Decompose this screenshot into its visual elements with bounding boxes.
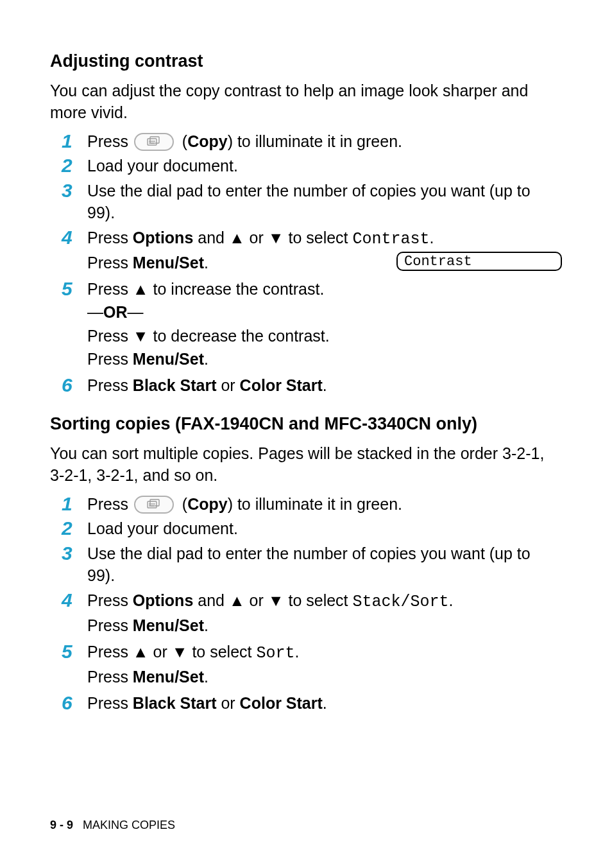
options-label: Options bbox=[133, 591, 193, 609]
copy-button-icon bbox=[134, 133, 174, 151]
step-number: 6 bbox=[62, 374, 87, 397]
black-start-label: Black Start bbox=[133, 694, 217, 712]
text: Press ▲ to increase the contrast. bbox=[87, 278, 562, 300]
step-number: 1 bbox=[62, 130, 87, 153]
text: Press bbox=[87, 591, 133, 609]
step-body: Press (Copy) to illuminate it in green. bbox=[87, 130, 562, 153]
svg-rect-4 bbox=[148, 501, 157, 508]
text: . bbox=[204, 616, 208, 634]
page-number: 9 - 9 bbox=[50, 819, 73, 831]
step-body: Press Options and ▲ or ▼ to select Contr… bbox=[87, 227, 562, 275]
step-number: 3 bbox=[62, 180, 87, 202]
text: Press bbox=[87, 229, 133, 247]
black-start-label: Black Start bbox=[133, 376, 217, 394]
footer-title: MAKING COPIES bbox=[83, 819, 175, 831]
text: . bbox=[323, 376, 327, 394]
step-body: Press Black Start or Color Start. bbox=[87, 374, 562, 397]
step-number: 4 bbox=[62, 227, 87, 249]
step-number: 3 bbox=[62, 542, 87, 565]
text: ( bbox=[178, 132, 187, 150]
step-number: 4 bbox=[62, 589, 87, 612]
text: . bbox=[204, 668, 208, 686]
step-body: Press (Copy) to illuminate it in green. bbox=[87, 493, 562, 516]
step-number: 5 bbox=[62, 641, 87, 663]
step-body: Press Options and ▲ or ▼ to select Stack… bbox=[87, 589, 562, 638]
text: and ▲ or ▼ to select bbox=[193, 591, 352, 609]
svg-rect-1 bbox=[150, 137, 159, 143]
svg-rect-0 bbox=[148, 139, 157, 145]
step-body: Press Black Start or Color Start. bbox=[87, 692, 562, 715]
text: ( bbox=[178, 495, 187, 513]
step-number: 2 bbox=[62, 517, 87, 540]
text: Press bbox=[87, 350, 133, 368]
color-start-label: Color Start bbox=[240, 694, 323, 712]
text: . bbox=[204, 350, 208, 368]
text: . bbox=[323, 694, 327, 712]
section-heading-sorting: Sorting copies (FAX-1940CN and MFC-3340C… bbox=[50, 414, 562, 434]
lcd-display: Contrast bbox=[396, 252, 562, 271]
lcd-option-stacksort: Stack/Sort bbox=[353, 593, 449, 611]
color-start-label: Color Start bbox=[240, 376, 323, 394]
steps-contrast: 1 Press (Copy) to illuminate it in green… bbox=[62, 130, 562, 397]
intro-sorting: You can sort multiple copies. Pages will… bbox=[50, 443, 562, 487]
step-number: 2 bbox=[62, 155, 87, 177]
text: Press ▲ or ▼ to select bbox=[87, 643, 256, 661]
text: ) to illuminate it in green. bbox=[228, 495, 402, 513]
menuset-label: Menu/Set bbox=[133, 616, 204, 634]
text: Press bbox=[87, 495, 133, 513]
text: — bbox=[128, 303, 144, 321]
text: Press bbox=[87, 616, 133, 634]
steps-sorting: 1 Press (Copy) to illuminate it in green… bbox=[62, 493, 562, 715]
step-number: 5 bbox=[62, 278, 87, 300]
text: . bbox=[449, 591, 454, 609]
text: — bbox=[87, 303, 103, 321]
text: ) to illuminate it in green. bbox=[228, 132, 402, 150]
text: Press bbox=[87, 694, 133, 712]
text: . bbox=[294, 643, 299, 661]
section-heading-contrast: Adjusting contrast bbox=[50, 51, 562, 71]
step-body: Load your document. bbox=[87, 155, 562, 177]
copy-button-icon bbox=[134, 496, 174, 514]
copy-label: Copy bbox=[187, 495, 228, 513]
step-number: 6 bbox=[62, 692, 87, 715]
step-body: Press ▲ to increase the contrast. —OR— P… bbox=[87, 278, 562, 372]
text: or bbox=[216, 376, 239, 394]
step-number: 1 bbox=[62, 493, 87, 516]
menuset-label: Menu/Set bbox=[133, 254, 204, 272]
lcd-option-contrast: Contrast bbox=[353, 230, 430, 248]
intro-contrast: You can adjust the copy contrast to help… bbox=[50, 80, 562, 124]
step-body: Load your document. bbox=[87, 517, 562, 540]
text: Press bbox=[87, 254, 133, 272]
step-body: Press ▲ or ▼ to select Sort. Press Menu/… bbox=[87, 641, 562, 690]
options-label: Options bbox=[133, 229, 193, 247]
text: and ▲ or ▼ to select bbox=[193, 229, 352, 247]
step-body: Use the dial pad to enter the number of … bbox=[87, 542, 562, 587]
step-body: Use the dial pad to enter the number of … bbox=[87, 180, 562, 224]
text: Press bbox=[87, 668, 133, 686]
text: Press bbox=[87, 376, 133, 394]
or-label: OR bbox=[103, 303, 128, 321]
menuset-label: Menu/Set bbox=[133, 350, 204, 368]
text: Press bbox=[87, 132, 133, 150]
svg-rect-5 bbox=[150, 499, 159, 506]
copy-label: Copy bbox=[187, 132, 228, 150]
text: . bbox=[430, 229, 434, 247]
lcd-option-sort: Sort bbox=[256, 644, 294, 663]
menuset-label: Menu/Set bbox=[133, 668, 204, 686]
text: . bbox=[204, 254, 208, 272]
text: or bbox=[216, 694, 239, 712]
page-footer: 9 - 9 MAKING COPIES bbox=[50, 819, 175, 832]
text: Press ▼ to decrease the contrast. bbox=[87, 325, 562, 347]
